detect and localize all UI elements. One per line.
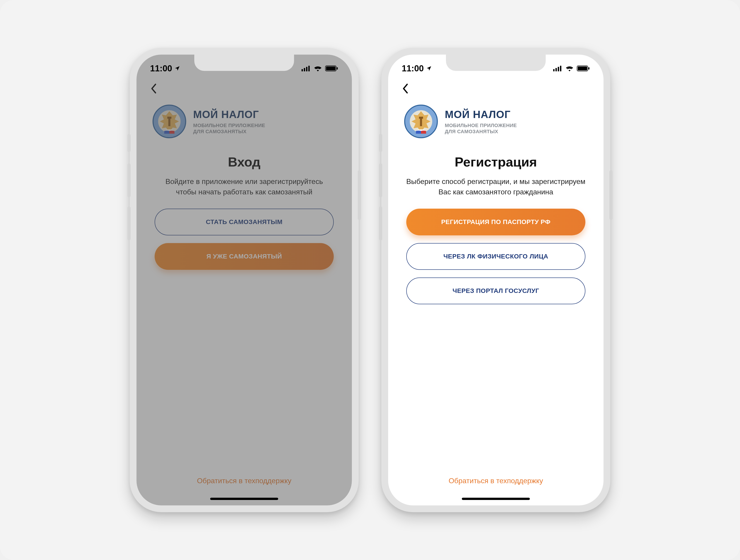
svg-rect-15 (578, 67, 587, 71)
cellular-icon (553, 66, 562, 71)
app-brand: МОЙ НАЛОГ МОБИЛЬНОЕ ПРИЛОЖЕНИЕ ДЛЯ САМОЗ… (402, 102, 590, 147)
phone-side-button (127, 163, 130, 197)
phone-side-button (127, 206, 130, 240)
button-label: ЧЕРЕЗ ЛК ФИЗИЧЕСКОГО ЛИЦА (444, 253, 548, 260)
phone-side-button (379, 163, 382, 197)
wifi-icon (314, 66, 322, 71)
phone-mockup-login: 11:00 (130, 48, 359, 512)
screen-content: МОЙ НАЛОГ МОБИЛЬНОЕ ПРИЛОЖЕНИЕ ДЛЯ САМОЗ… (388, 54, 604, 506)
support-link-label: Обратиться в техподдержку (197, 477, 292, 485)
svg-rect-1 (304, 68, 305, 71)
svg-rect-5 (326, 67, 336, 71)
phone-side-button (379, 206, 382, 240)
support-link[interactable]: Обратиться в техподдержку (388, 477, 604, 485)
phone-side-button (610, 170, 613, 220)
app-title: МОЙ НАЛОГ (193, 108, 265, 120)
brand-text: МОЙ НАЛОГ МОБИЛЬНОЕ ПРИЛОЖЕНИЕ ДЛЯ САМОЗ… (445, 108, 517, 135)
become-self-employed-button[interactable]: СТАТЬ САМОЗАНЯТЫМ (155, 209, 334, 235)
register-gosuslugi-button[interactable]: ЧЕРЕЗ ПОРТАЛ ГОСУСЛУГ (406, 277, 585, 304)
svg-rect-13 (560, 66, 561, 71)
status-time: 11:00 (402, 64, 424, 74)
home-indicator[interactable] (210, 498, 278, 500)
screen-register: 11:00 (388, 54, 604, 506)
app-title: МОЙ НАЛОГ (445, 108, 517, 120)
cellular-icon (301, 66, 310, 71)
register-lk-button[interactable]: ЧЕРЕЗ ЛК ФИЗИЧЕСКОГО ЛИЦА (406, 243, 585, 270)
battery-icon (325, 66, 338, 71)
svg-rect-2 (306, 67, 307, 71)
page-lead: Выберите способ регистрации, и мы зареги… (402, 176, 590, 197)
svg-rect-6 (337, 67, 338, 70)
already-self-employed-button[interactable]: Я УЖЕ САМОЗАНЯТЫЙ (155, 243, 334, 270)
location-icon (426, 66, 432, 71)
svg-rect-12 (558, 67, 559, 71)
register-passport-button[interactable]: РЕГИСТРАЦИЯ ПО ПАСПОРТУ РФ (406, 209, 585, 235)
phone-side-button (127, 134, 130, 152)
page-lead: Войдите в приложение или зарегистрируйте… (150, 176, 338, 197)
battery-icon (577, 66, 590, 71)
app-subtitle: МОБИЛЬНОЕ ПРИЛОЖЕНИЕ ДЛЯ САМОЗАНЯТЫХ (445, 122, 517, 135)
status-time: 11:00 (150, 64, 172, 74)
status-bar: 11:00 (388, 54, 604, 77)
location-icon (174, 66, 180, 71)
back-button[interactable] (402, 82, 415, 95)
svg-rect-3 (308, 66, 310, 71)
home-indicator[interactable] (462, 498, 530, 500)
support-link[interactable]: Обратиться в техподдержку (136, 477, 352, 485)
support-link-label: Обратиться в техподдержку (449, 477, 543, 485)
app-subtitle: МОБИЛЬНОЕ ПРИЛОЖЕНИЕ ДЛЯ САМОЗАНЯТЫХ (193, 122, 265, 135)
status-bar: 11:00 (136, 54, 352, 77)
page-heading: Регистрация (402, 154, 590, 170)
app-brand: МОЙ НАЛОГ МОБИЛЬНОЕ ПРИЛОЖЕНИЕ ДЛЯ САМОЗ… (150, 102, 338, 147)
phone-side-button (358, 170, 361, 220)
screen-login: 11:00 (136, 54, 352, 506)
page-heading: Вход (150, 154, 338, 170)
button-label: ЧЕРЕЗ ПОРТАЛ ГОСУСЛУГ (453, 287, 539, 295)
mockup-canvas: 11:00 (0, 0, 740, 560)
svg-rect-16 (588, 67, 589, 70)
chevron-left-icon (150, 84, 157, 94)
svg-rect-10 (553, 69, 555, 71)
chevron-left-icon (402, 84, 409, 94)
button-label: РЕГИСТРАЦИЯ ПО ПАСПОРТУ РФ (441, 218, 550, 226)
back-button[interactable] (150, 82, 164, 95)
svg-rect-0 (301, 69, 303, 71)
wifi-icon (565, 66, 574, 71)
screen-content: МОЙ НАЛОГ МОБИЛЬНОЕ ПРИЛОЖЕНИЕ ДЛЯ САМОЗ… (136, 54, 352, 506)
phone-side-button (379, 134, 382, 152)
phone-mockup-register: 11:00 (381, 48, 610, 512)
button-label: СТАТЬ САМОЗАНЯТЫМ (206, 218, 282, 226)
brand-text: МОЙ НАЛОГ МОБИЛЬНОЕ ПРИЛОЖЕНИЕ ДЛЯ САМОЗ… (193, 108, 265, 135)
button-label: Я УЖЕ САМОЗАНЯТЫЙ (206, 253, 282, 260)
fns-emblem-icon (404, 104, 438, 138)
svg-rect-11 (555, 68, 557, 71)
fns-emblem-icon (152, 104, 186, 138)
